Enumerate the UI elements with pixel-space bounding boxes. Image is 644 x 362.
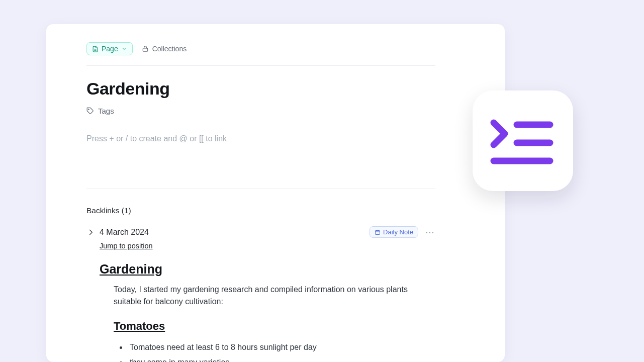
breadcrumb: Page Collections — [86, 42, 435, 62]
daily-note-label: Daily Note — [383, 229, 413, 235]
backlink-subheading[interactable]: Tomatoes — [114, 320, 435, 333]
backlink-list: Tomatoes need at least 6 to 8 hours sunl… — [128, 340, 435, 362]
svg-rect-4 — [376, 230, 380, 234]
editor-placeholder[interactable]: Press + or / to create and @ or [[ to li… — [86, 134, 435, 143]
tag-icon — [86, 107, 94, 115]
svg-rect-2 — [143, 48, 147, 51]
divider — [86, 189, 435, 189]
chevron-down-icon — [121, 46, 127, 52]
collections-link[interactable]: Collections — [142, 45, 187, 53]
outline-icon — [489, 107, 557, 175]
chevron-right-icon[interactable] — [86, 228, 96, 237]
backlink-date[interactable]: 4 March 2024 — [100, 228, 149, 237]
svg-point-3 — [88, 109, 89, 110]
backlinks-header: Backlinks (1) — [86, 206, 435, 215]
divider — [86, 65, 435, 66]
tags-label: Tags — [98, 107, 114, 115]
tags-field[interactable]: Tags — [86, 107, 435, 115]
page-type-selector[interactable]: Page — [86, 42, 133, 55]
backlink-heading[interactable]: Gardening — [100, 262, 435, 277]
list-item: Tomatoes need at least 6 to 8 hours sunl… — [128, 340, 435, 355]
backlink-preview: Gardening Today, I started my gardening … — [100, 262, 435, 362]
daily-note-badge[interactable]: Daily Note — [370, 226, 418, 238]
backlink-row: 4 March 2024 Daily Note ⋯ — [86, 226, 435, 238]
collections-label: Collections — [152, 45, 187, 53]
page-type-label: Page — [102, 45, 118, 52]
page-card: Page Collections Gardening Tags Press + … — [46, 24, 505, 362]
backlink-body: Today, I started my gardening research a… — [114, 284, 435, 308]
document-icon — [92, 46, 99, 52]
lock-icon — [142, 45, 149, 52]
app-logo — [473, 90, 573, 191]
jump-to-position-link[interactable]: Jump to position — [100, 242, 435, 250]
list-item: they come in many varieties — [128, 355, 435, 362]
calendar-icon — [375, 229, 381, 235]
page-title[interactable]: Gardening — [86, 79, 435, 99]
more-menu[interactable]: ⋯ — [425, 228, 435, 237]
